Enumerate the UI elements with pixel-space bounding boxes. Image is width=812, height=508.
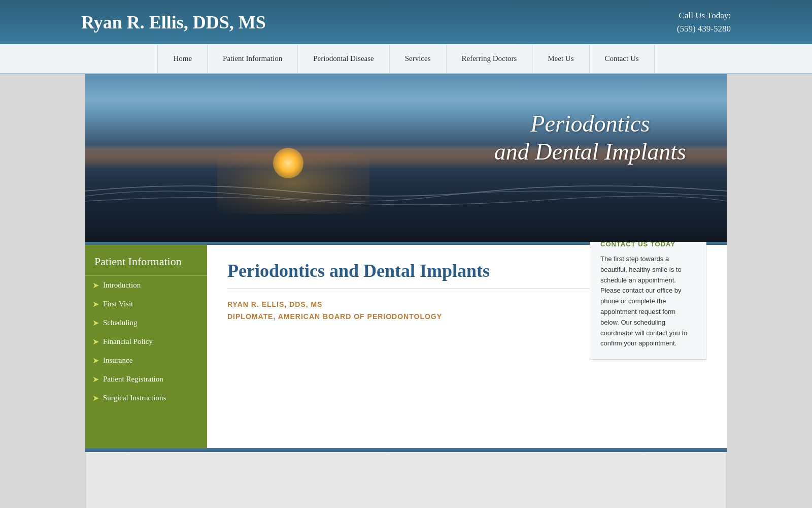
sidebar-item-scheduling[interactable]: ➤Scheduling — [85, 313, 207, 332]
arrow-icon: ➤ — [92, 393, 99, 403]
arrow-icon: ➤ — [92, 356, 99, 365]
sidebar-item-first-visit[interactable]: ➤First Visit — [85, 295, 207, 313]
nav-item-services[interactable]: Services — [390, 44, 447, 73]
sidebar-item-financial-policy[interactable]: ➤Financial Policy — [85, 332, 207, 351]
nav-item-periodontal-disease[interactable]: Periodontal Disease — [298, 44, 390, 73]
nav-item-referring-doctors[interactable]: Referring Doctors — [447, 44, 533, 73]
arrow-icon: ➤ — [92, 337, 99, 346]
site-title: Ryan R. Ellis, DDS, MS — [81, 12, 266, 33]
hero-text: Periodontics and Dental Implants — [494, 110, 686, 166]
contact-box-text: The first step towards a beautiful, heal… — [600, 254, 696, 349]
nav-item-home[interactable]: Home — [157, 44, 208, 73]
sidebar-item-patient-registration[interactable]: ➤Patient Registration — [85, 370, 207, 389]
arrow-icon: ➤ — [92, 280, 99, 290]
hero-line2: and Dental Implants — [494, 138, 686, 166]
nav-item-contact-us[interactable]: Contact Us — [590, 44, 655, 73]
header-contact: Call Us Today: (559) 439-5280 — [677, 9, 731, 35]
sidebar-title: Patient Information — [85, 245, 207, 276]
nav-item-meet-us[interactable]: Meet Us — [532, 44, 589, 73]
site-header: Ryan R. Ellis, DDS, MS Call Us Today: (5… — [0, 0, 812, 44]
arrow-icon: ➤ — [92, 299, 99, 309]
sidebar-item-insurance[interactable]: ➤Insurance — [85, 351, 207, 370]
nav-item-patient-information[interactable]: Patient Information — [208, 44, 298, 73]
contact-box: CONTACT US TODAY The first step towards … — [590, 230, 706, 360]
sidebar-item-introduction[interactable]: ➤Introduction — [85, 276, 207, 295]
sidebar-item-surgical-instructions[interactable]: ➤Surgical Instructions — [85, 389, 207, 407]
arrow-icon: ➤ — [92, 374, 99, 384]
arrow-icon: ➤ — [92, 318, 99, 328]
hero-banner: Periodontics and Dental Implants — [85, 74, 727, 242]
sidebar: Patient Information ➤Introduction➤First … — [85, 245, 207, 448]
hero-line1: Periodontics — [494, 110, 686, 138]
phone-number: (559) 439-5280 — [677, 22, 731, 36]
content-wrapper: Patient Information ➤Introduction➤First … — [85, 245, 727, 448]
main-nav: HomePatient InformationPeriodontal Disea… — [0, 44, 812, 74]
main-content: CONTACT US TODAY The first step towards … — [207, 245, 727, 448]
call-label: Call Us Today: — [677, 9, 731, 22]
